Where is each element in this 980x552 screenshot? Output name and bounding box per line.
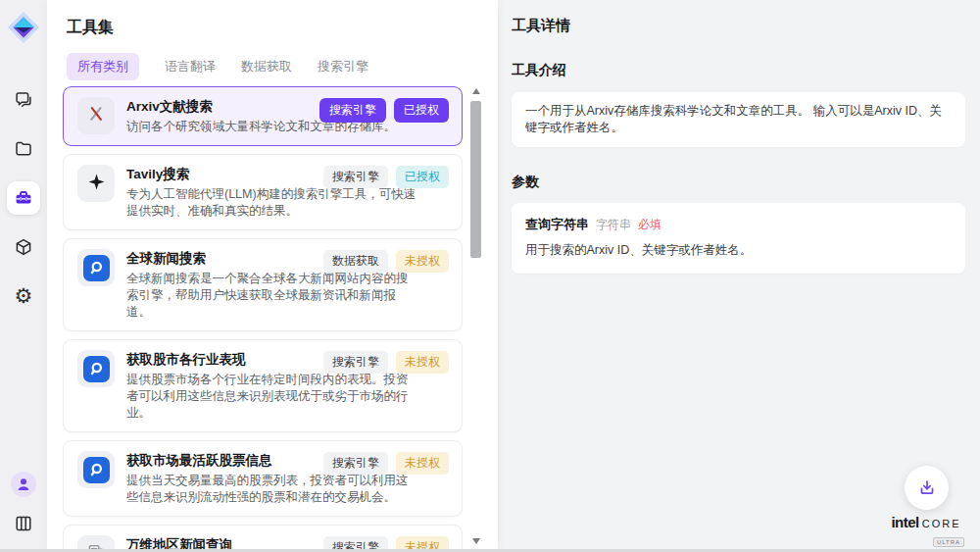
tool-card[interactable]: 获取股市各行业表现 提供股票市场各个行业在特定时间段内的表现。投资者可以利用这些… — [63, 339, 463, 432]
brand-primary: intel — [891, 514, 918, 530]
toolset-panel: 工具集 所有类别 语言翻译 数据获取 搜索引擎 Arxiv文献搜索 访问各个研究… — [47, 0, 498, 552]
tool-name: Arxiv文献搜索 — [126, 98, 342, 116]
category-badge: 搜索引擎 — [323, 452, 388, 475]
tool-icon-box — [77, 451, 115, 488]
category-badge: 搜索引擎 — [323, 166, 388, 188]
param-type: 字符串 — [596, 217, 631, 233]
tool-name: 获取股市各行业表现 — [126, 351, 342, 369]
user-avatar[interactable] — [11, 472, 36, 497]
brand-badge: ULTRA — [933, 537, 964, 547]
list-scrollbar[interactable] — [470, 86, 482, 546]
category-badge: 搜索引擎 — [323, 351, 388, 374]
auth-status-badge: 未授权 — [396, 250, 449, 273]
auth-status-badge: 未授权 — [396, 351, 449, 374]
params-heading: 参数 — [512, 174, 965, 191]
param-name: 查询字符串 — [525, 216, 589, 233]
packages-icon[interactable] — [7, 230, 40, 264]
intro-heading: 工具介绍 — [512, 62, 965, 79]
tool-icon-box — [77, 165, 115, 202]
tool-list: Arxiv文献搜索 访问各个研究领域大量科学论文和文章的存储库。 搜索引擎 已授… — [63, 86, 463, 552]
tool-description: 提供当天交易量最高的股票列表，投资者可以利用这些信息来识别流动性强的股票和潜在的… — [126, 473, 418, 506]
tool-description: 全球新闻搜索是一个聚合全球各大新闻网站内容的搜索引擎，帮助用户快速获取全球最新资… — [126, 271, 418, 321]
auth-status-badge: 已授权 — [394, 98, 449, 123]
tool-card[interactable]: Tavily搜索 专为人工智能代理(LLM)构建的搜索引擎工具，可快速提供实时、… — [63, 154, 463, 230]
tool-description: 提供股票市场各个行业在特定时间段内的表现。投资者可以利用这些信息来识别表现优于或… — [126, 372, 418, 422]
tool-detail-panel: 工具详情 工具介绍 一个用于从Arxiv存储库搜索科学论文和文章的工具。 输入可… — [498, 0, 980, 552]
scrollbar-thumb[interactable] — [470, 101, 481, 258]
folder-icon[interactable] — [7, 132, 40, 166]
chat-icon[interactable] — [7, 83, 40, 117]
download-icon — [916, 477, 938, 499]
category-tab[interactable]: 语言翻译 — [165, 58, 216, 75]
juhe-news-icon — [83, 255, 110, 281]
tool-name: Tavily搜索 — [126, 166, 342, 183]
tool-name: 获取市场最活跃股票信息 — [126, 452, 342, 470]
settings-gear-icon[interactable]: ⚙ — [7, 279, 40, 313]
auth-status-badge: 未授权 — [396, 452, 449, 475]
left-rail: ⚙ — [0, 0, 47, 552]
intro-text: 一个用于从Arxiv存储库搜索科学论文和文章的工具。 输入可以是Arxiv ID… — [512, 92, 965, 147]
category-tabs: 所有类别 语言翻译 数据获取 搜索引擎 — [67, 53, 368, 80]
app-logo-icon — [7, 11, 40, 44]
rail-bottom — [7, 472, 40, 540]
rail-nav: ⚙ — [7, 83, 40, 313]
download-button[interactable] — [905, 466, 949, 510]
tool-icon-box — [77, 97, 115, 134]
auth-status-badge: 已授权 — [396, 166, 449, 188]
category-tab[interactable]: 数据获取 — [241, 58, 292, 75]
category-tab[interactable]: 搜索引擎 — [318, 58, 368, 75]
tool-name: 全球新闻搜索 — [126, 250, 342, 268]
tool-card[interactable]: Arxiv文献搜索 访问各个研究领域大量科学论文和文章的存储库。 搜索引擎 已授… — [63, 86, 463, 146]
tool-card[interactable]: 获取市场最活跃股票信息 提供当天交易量最高的股票列表，投资者可以利用这些信息来识… — [63, 440, 463, 517]
tool-card[interactable]: 全球新闻搜索 全球新闻搜索是一个聚合全球各大新闻网站内容的搜索引擎，帮助用户快速… — [63, 238, 463, 331]
param-required-badge: 必填 — [638, 217, 662, 233]
toolbox-icon[interactable] — [7, 181, 40, 215]
tavily-star-icon — [87, 173, 106, 195]
param-description: 用于搜索的Arxiv ID、关键字或作者姓名。 — [525, 242, 952, 259]
tool-icon-box — [77, 350, 115, 387]
param-card: 查询字符串 字符串 必填 用于搜索的Arxiv ID、关键字或作者姓名。 — [512, 203, 965, 274]
toolset-title: 工具集 — [67, 18, 114, 38]
tool-icon-box — [77, 249, 115, 286]
juhe-news-icon — [83, 356, 110, 382]
category-badge: 数据获取 — [323, 250, 388, 273]
arxiv-icon — [86, 104, 106, 127]
juhe-news-icon — [83, 457, 110, 483]
panel-layout-icon[interactable] — [7, 507, 40, 540]
intel-core-logo: intel CORE ULTRA — [884, 514, 968, 548]
app-window: ⚙ 工具集 所有类别 语言翻译 数据获取 搜索引擎 — [0, 0, 980, 552]
scroll-up-arrow-icon[interactable] — [472, 88, 480, 94]
scroll-down-arrow-icon[interactable] — [472, 538, 480, 544]
category-badge: 搜索引擎 — [319, 98, 386, 123]
tool-description: 专为人工智能代理(LLM)构建的搜索引擎工具，可快速提供实时、准确和真实的结果。 — [126, 186, 418, 220]
detail-title: 工具详情 — [512, 17, 965, 35]
tool-card[interactable]: 万维地区新闻查询 查询具体行政区划内的新闻，快速了解各地新闻动 搜索引擎 未授权 — [63, 525, 463, 552]
category-tab[interactable]: 所有类别 — [67, 53, 139, 80]
brand-secondary: CORE — [922, 518, 961, 529]
